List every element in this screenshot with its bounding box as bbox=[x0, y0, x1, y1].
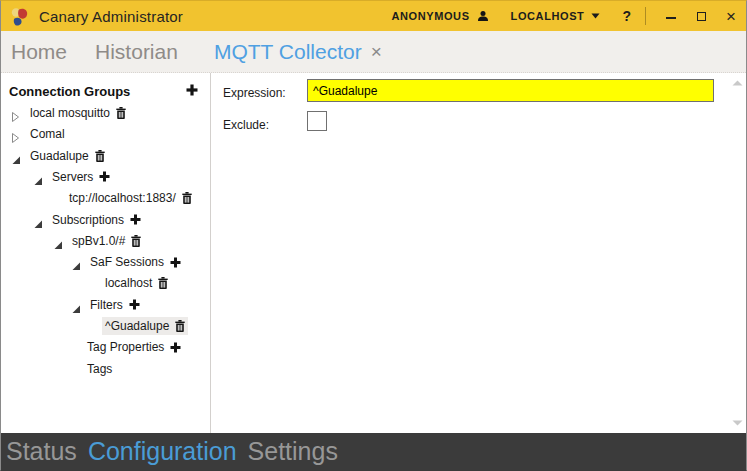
content-area: Connection Groups local mosquittoComalGu… bbox=[1, 73, 746, 433]
tree-header-label: Connection Groups bbox=[9, 84, 130, 99]
close-icon: × bbox=[726, 8, 736, 25]
delete-icon[interactable] bbox=[175, 320, 185, 332]
delete-icon[interactable] bbox=[131, 235, 141, 247]
tab-historian-label: Historian bbox=[95, 40, 178, 64]
title-bar: Canary Administrator ANONYMOUS LOCALHOST… bbox=[1, 1, 746, 31]
tab-mqtt-collector-label: MQTT Collector bbox=[214, 40, 362, 64]
tab-historian[interactable]: Historian bbox=[95, 40, 178, 64]
tab-home[interactable]: Home bbox=[11, 40, 67, 64]
tree-row[interactable]: Subscriptions bbox=[33, 209, 144, 230]
tree-row[interactable]: Comal bbox=[11, 124, 68, 145]
tree-item-label: spBv1.0/# bbox=[72, 234, 125, 248]
tree-row[interactable]: Guadalupe bbox=[11, 145, 108, 166]
connection-tree: Connection Groups local mosquittoComalGu… bbox=[1, 73, 210, 433]
delete-icon[interactable] bbox=[182, 192, 192, 204]
add-icon[interactable] bbox=[170, 257, 181, 268]
tree-row[interactable]: Servers bbox=[33, 166, 113, 187]
host-name: LOCALHOST bbox=[511, 10, 585, 22]
expanded-expander-icon[interactable] bbox=[71, 300, 81, 310]
tree-row[interactable]: local mosquitto bbox=[11, 103, 129, 124]
add-icon[interactable] bbox=[130, 214, 141, 225]
collapsed-expander-icon[interactable] bbox=[11, 129, 21, 139]
add-icon[interactable] bbox=[99, 171, 110, 182]
footer-status[interactable]: Status bbox=[6, 437, 77, 466]
tree-item-label: Tags bbox=[87, 362, 112, 376]
tree-row[interactable]: Tags bbox=[84, 358, 115, 379]
host-selector[interactable]: LOCALHOST bbox=[511, 10, 601, 22]
expanded-expander-icon[interactable] bbox=[11, 151, 21, 161]
add-icon[interactable] bbox=[170, 342, 181, 353]
expanded-expander-icon[interactable] bbox=[33, 215, 43, 225]
scrollbar-down-icon[interactable] bbox=[732, 420, 743, 426]
collapsed-expander-icon[interactable] bbox=[11, 108, 21, 118]
maximize-icon bbox=[697, 12, 706, 21]
tree-item-label: localhost bbox=[105, 276, 152, 290]
tree-row[interactable]: tcp://localhost:1883/ bbox=[66, 188, 195, 209]
tab-mqtt-collector[interactable]: MQTT Collector × bbox=[214, 40, 382, 64]
footer-bar: Status Configuration Settings bbox=[1, 433, 746, 470]
tree-item-label: Servers bbox=[52, 170, 93, 184]
tree-item-label: Comal bbox=[30, 127, 65, 141]
delete-icon[interactable] bbox=[95, 150, 105, 162]
panel-divider bbox=[210, 73, 211, 433]
footer-settings[interactable]: Settings bbox=[248, 437, 338, 466]
expanded-expander-icon[interactable] bbox=[33, 172, 43, 182]
tree-item-label: Guadalupe bbox=[30, 149, 89, 163]
delete-icon[interactable] bbox=[158, 277, 168, 289]
tree-item-label: SaF Sessions bbox=[90, 255, 164, 269]
user-icon bbox=[477, 10, 489, 22]
expanded-expander-icon[interactable] bbox=[71, 257, 81, 267]
footer-configuration[interactable]: Configuration bbox=[88, 437, 237, 466]
app-title: Canary Administrator bbox=[39, 8, 183, 25]
tree-row[interactable]: spBv1.0/# bbox=[53, 230, 144, 251]
add-icon[interactable] bbox=[129, 299, 140, 310]
tree-item-label: Subscriptions bbox=[52, 213, 124, 227]
minimize-icon bbox=[666, 17, 676, 19]
expression-input[interactable] bbox=[307, 79, 714, 102]
tree-row[interactable]: localhost bbox=[102, 273, 171, 294]
canary-logo-icon bbox=[9, 6, 30, 27]
tree-item-label: ^Guadalupe bbox=[105, 319, 169, 333]
tree-item-label: tcp://localhost:1883/ bbox=[69, 191, 176, 205]
expanded-expander-icon[interactable] bbox=[53, 236, 63, 246]
minimize-button[interactable] bbox=[656, 1, 686, 31]
tab-bar: Home Historian MQTT Collector × bbox=[1, 31, 746, 73]
tree-item-label: Tag Properties bbox=[87, 340, 164, 354]
scrollbar-up-icon[interactable] bbox=[732, 80, 743, 86]
tree-row[interactable]: Filters bbox=[71, 294, 143, 315]
titlebar-separator bbox=[645, 7, 646, 25]
tree-row[interactable]: SaF Sessions bbox=[71, 252, 184, 273]
app-window: Canary Administrator ANONYMOUS LOCALHOST… bbox=[0, 0, 747, 471]
tab-close-icon[interactable]: × bbox=[371, 42, 382, 61]
add-connection-group-button[interactable] bbox=[186, 82, 198, 100]
tree-row[interactable]: Tag Properties bbox=[84, 337, 184, 358]
user-name: ANONYMOUS bbox=[391, 10, 469, 22]
user-menu[interactable]: ANONYMOUS bbox=[391, 10, 488, 22]
help-button[interactable]: ? bbox=[622, 8, 631, 24]
close-button[interactable]: × bbox=[716, 1, 746, 31]
chevron-down-icon bbox=[591, 13, 600, 19]
tab-home-label: Home bbox=[11, 40, 67, 64]
tree-header: Connection Groups bbox=[9, 82, 198, 100]
delete-icon[interactable] bbox=[116, 107, 126, 119]
tree-item-label: local mosquitto bbox=[30, 106, 110, 120]
exclude-checkbox[interactable] bbox=[307, 111, 327, 131]
tree-item-label: Filters bbox=[90, 298, 123, 312]
expression-label: Expression: bbox=[223, 86, 286, 100]
exclude-label: Exclude: bbox=[223, 118, 269, 132]
tree-row[interactable]: ^Guadalupe bbox=[102, 316, 188, 337]
maximize-button[interactable] bbox=[686, 1, 716, 31]
